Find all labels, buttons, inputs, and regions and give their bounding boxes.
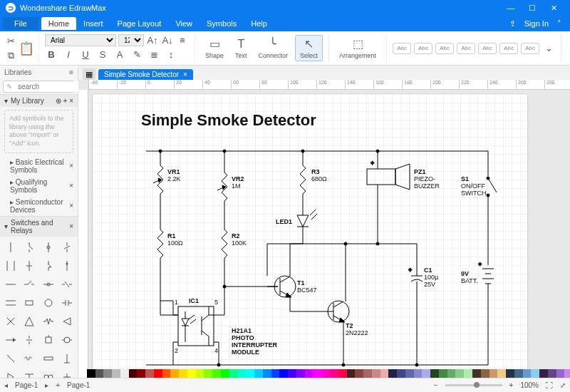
zoom-in-button[interactable]: + — [509, 381, 514, 389]
libraries-menu-icon[interactable]: ≡ — [69, 68, 73, 76]
style-preset-4[interactable]: Abc — [457, 43, 475, 54]
style-preset-6[interactable]: Abc — [499, 43, 518, 54]
underline-icon[interactable]: U — [79, 48, 92, 61]
pages-button[interactable]: ▦ — [83, 68, 95, 80]
symbol-item[interactable] — [20, 294, 38, 312]
font-shrink-icon[interactable]: A↓ — [161, 34, 174, 47]
font-select[interactable]: Arial — [45, 34, 116, 46]
symbol-item[interactable] — [39, 312, 58, 331]
menu-help[interactable]: Help — [244, 17, 274, 30]
symbol-item[interactable] — [20, 349, 38, 368]
connector-button[interactable]: ╰Connector — [254, 36, 293, 61]
style-more-icon[interactable]: ⌄ — [542, 42, 555, 55]
align-icon[interactable]: ≡ — [176, 34, 189, 47]
symbol-item[interactable] — [39, 331, 58, 349]
symbol-item[interactable] — [20, 312, 38, 331]
symbol-item[interactable] — [39, 257, 58, 275]
copy-icon[interactable]: ⧉ — [4, 49, 17, 62]
menu-symbols[interactable]: Symbols — [200, 17, 244, 30]
style-preset-7[interactable]: Abc — [521, 43, 539, 54]
fontsize-select[interactable]: 12 — [118, 34, 144, 46]
bullet-icon[interactable]: ≣ — [147, 48, 160, 61]
bold-icon[interactable]: B — [45, 48, 58, 61]
symbol-item[interactable] — [1, 312, 20, 331]
signin-link[interactable]: Sign In — [524, 19, 549, 28]
fit-page-icon[interactable]: ⛶ — [546, 381, 553, 389]
maximize-button[interactable]: ☐ — [522, 4, 543, 13]
symbol-item[interactable] — [58, 238, 76, 257]
collapse-ribbon-icon[interactable]: ˄ — [557, 19, 561, 29]
svg-line-71 — [311, 214, 317, 220]
canvas-page[interactable]: Simple Smoke Detector — [93, 94, 527, 369]
symbol-item[interactable] — [58, 312, 76, 331]
symbol-item[interactable] — [39, 294, 58, 312]
symbol-item[interactable] — [1, 349, 20, 368]
symbol-item[interactable] — [20, 331, 38, 349]
text-button[interactable]: TText — [231, 36, 252, 61]
symbol-item[interactable] — [58, 275, 76, 294]
symbol-item[interactable] — [1, 275, 20, 294]
symbol-item[interactable] — [1, 331, 20, 349]
symbol-item[interactable] — [58, 294, 76, 312]
category-qualifying[interactable]: ▸ Qualifying Symbols× — [0, 176, 78, 196]
select-button[interactable]: ↖Select — [295, 35, 323, 61]
svg-line-17 — [28, 281, 31, 284]
page-name[interactable]: Page-1 — [67, 381, 90, 389]
symbol-item[interactable] — [20, 275, 38, 294]
document-tab[interactable]: Simple Smoke Detector× — [98, 69, 193, 80]
share-icon[interactable]: ⇪ — [509, 19, 516, 29]
symbol-item[interactable] — [58, 257, 76, 275]
svg-text:R1: R1 — [167, 232, 176, 239]
strike-icon[interactable]: S — [96, 48, 109, 61]
symbol-item[interactable] — [20, 257, 38, 275]
shape-button[interactable]: ▭Shape — [201, 36, 228, 61]
symbol-item[interactable] — [58, 368, 76, 378]
highlight-icon[interactable]: ✎ — [130, 48, 143, 61]
arrangement-button[interactable]: ⬚Arrangement — [335, 36, 380, 61]
zoom-slider[interactable] — [445, 384, 502, 386]
menu-insert[interactable]: Insert — [76, 17, 110, 30]
symbol-item[interactable] — [39, 275, 58, 294]
symbol-item[interactable] — [39, 238, 58, 257]
style-preset-2[interactable]: Abc — [414, 43, 432, 54]
fontcolor-icon[interactable]: A — [113, 48, 126, 61]
category-semiconductor[interactable]: ▸ Semiconductor Devices× — [0, 196, 78, 216]
italic-icon[interactable]: I — [62, 48, 75, 61]
svg-line-124 — [190, 319, 196, 324]
fill-icon[interactable]: ◧ — [567, 35, 570, 48]
category-switches-relays[interactable]: ▾ Switches and Relays× — [0, 216, 78, 237]
color-palette[interactable] — [78, 369, 570, 378]
symbol-item[interactable] — [20, 238, 38, 257]
symbol-item[interactable] — [39, 368, 58, 378]
category-my-library[interactable]: ▾ My Library⊕ + × — [0, 94, 78, 107]
tab-close-icon[interactable]: × — [183, 71, 187, 78]
symbol-item[interactable] — [20, 368, 38, 378]
symbol-item[interactable] — [1, 257, 20, 275]
page-nav-prev[interactable]: ◂ — [4, 381, 8, 389]
paste-icon[interactable]: 📋 — [20, 42, 33, 55]
close-button[interactable]: ✕ — [543, 4, 564, 13]
zoom-out-button[interactable]: − — [434, 381, 438, 389]
style-preset-1[interactable]: Abc — [393, 43, 411, 54]
font-grow-icon[interactable]: A↑ — [146, 34, 159, 47]
menu-view[interactable]: View — [168, 17, 200, 30]
page-nav-next[interactable]: ▸ — [45, 381, 48, 389]
library-search[interactable]: ✎ 🔍 ⚙ — [3, 81, 75, 93]
menu-file[interactable]: File — [3, 17, 38, 30]
spacing-icon[interactable]: ↕ — [165, 48, 177, 61]
style-preset-3[interactable]: Abc — [435, 43, 454, 54]
cut-icon[interactable]: ✂ — [4, 35, 17, 48]
menu-home[interactable]: Home — [41, 17, 76, 30]
line-icon[interactable]: ∕ — [567, 49, 570, 62]
symbol-item[interactable] — [1, 238, 20, 257]
symbol-item[interactable] — [58, 349, 76, 368]
symbol-item[interactable] — [1, 368, 20, 378]
symbol-item[interactable] — [1, 294, 20, 312]
style-preset-5[interactable]: Abc — [478, 43, 497, 54]
minimize-button[interactable]: — — [500, 4, 522, 12]
category-basic-electrical[interactable]: ▸ Basic Electrical Symbols× — [0, 156, 78, 176]
fullscreen-icon[interactable]: ⤢ — [560, 381, 566, 389]
symbol-item[interactable] — [39, 349, 58, 368]
symbol-item[interactable] — [58, 331, 76, 349]
menu-pagelayout[interactable]: Page Layout — [110, 17, 169, 30]
